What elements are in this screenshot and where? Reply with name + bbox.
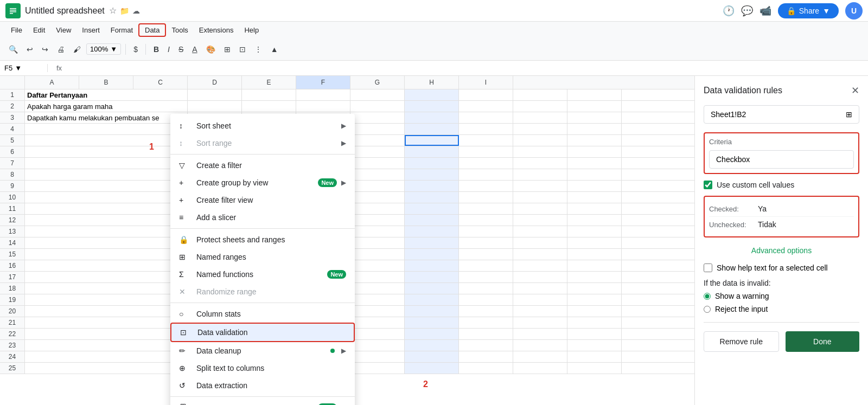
- cell-a6[interactable]: [25, 146, 188, 157]
- done-button[interactable]: Done: [786, 331, 860, 352]
- cell-d1[interactable]: [296, 89, 350, 100]
- cell-a13[interactable]: [25, 226, 188, 237]
- cell-i6[interactable]: [567, 146, 622, 157]
- italic-button[interactable]: I: [164, 43, 173, 56]
- cell-e3[interactable]: [350, 112, 405, 123]
- cell-h5[interactable]: [513, 135, 567, 146]
- cell-g11[interactable]: [459, 203, 513, 214]
- menu-tools[interactable]: Tools: [166, 24, 193, 36]
- cell-g19[interactable]: [459, 294, 513, 305]
- cell-f25[interactable]: [405, 363, 459, 374]
- cell-c2[interactable]: [242, 101, 296, 112]
- cell-g16[interactable]: [459, 260, 513, 271]
- cell-b1[interactable]: [188, 89, 242, 100]
- col-b[interactable]: B: [79, 76, 133, 89]
- undo-button[interactable]: ↩: [23, 43, 36, 56]
- col-e[interactable]: E: [242, 76, 296, 89]
- cell-f17[interactable]: [405, 272, 459, 282]
- comment-icon[interactable]: 💬: [741, 5, 753, 17]
- cell-h6[interactable]: [513, 146, 567, 157]
- cell-e23[interactable]: [350, 340, 405, 351]
- cell-f14[interactable]: [405, 237, 459, 248]
- cell-f22[interactable]: [405, 329, 459, 339]
- cell-f13[interactable]: [405, 226, 459, 237]
- menu-data[interactable]: Data: [138, 23, 166, 37]
- fill-color-button[interactable]: 🎨: [203, 43, 219, 56]
- cell-h21[interactable]: [513, 317, 567, 328]
- cell-a17[interactable]: [25, 272, 188, 282]
- cell-e16[interactable]: [350, 260, 405, 271]
- menu-format[interactable]: Format: [105, 24, 138, 36]
- cell-i8[interactable]: [567, 169, 622, 180]
- cell-i16[interactable]: [567, 260, 622, 271]
- cell-i21[interactable]: [567, 317, 622, 328]
- cell-e21[interactable]: [350, 317, 405, 328]
- cell-h1[interactable]: [513, 89, 567, 100]
- cell-h4[interactable]: [513, 124, 567, 134]
- cell-e14[interactable]: [350, 237, 405, 248]
- cell-i18[interactable]: [567, 283, 622, 294]
- cell-i25[interactable]: [567, 363, 622, 374]
- col-a[interactable]: A: [25, 76, 79, 89]
- cell-f18[interactable]: [405, 283, 459, 294]
- col-c[interactable]: C: [133, 76, 188, 89]
- dd-split-text[interactable]: ⊕ Split text to columns: [170, 359, 355, 377]
- cell-e17[interactable]: [350, 272, 405, 282]
- cell-a5[interactable]: [25, 135, 188, 146]
- cell-g24[interactable]: [459, 351, 513, 362]
- dd-create-filter[interactable]: ▽ Create a filter: [170, 157, 355, 174]
- dd-data-validation[interactable]: ⊡ Data validation: [170, 323, 355, 342]
- panel-close-button[interactable]: ✕: [851, 85, 859, 97]
- cell-i2[interactable]: [567, 101, 622, 112]
- cell-i19[interactable]: [567, 294, 622, 305]
- paint-format-button[interactable]: 🖌: [70, 43, 84, 56]
- cell-g12[interactable]: [459, 215, 513, 226]
- dd-data-cleanup[interactable]: ✏ Data cleanup ▶: [170, 342, 355, 359]
- cell-e18[interactable]: [350, 283, 405, 294]
- cell-f6[interactable]: [405, 146, 459, 157]
- cell-a12[interactable]: [25, 215, 188, 226]
- bold-button[interactable]: B: [150, 43, 162, 56]
- cell-a2[interactable]: Apakah harga garam maha: [25, 101, 188, 112]
- cell-i23[interactable]: [567, 340, 622, 351]
- cell-h17[interactable]: [513, 272, 567, 282]
- cell-f16[interactable]: [405, 260, 459, 271]
- cell-g2[interactable]: [459, 101, 513, 112]
- menu-edit[interactable]: Edit: [28, 24, 50, 36]
- zoom-selector[interactable]: 100% ▼: [86, 43, 121, 55]
- cell-g14[interactable]: [459, 237, 513, 248]
- cell-f21[interactable]: [405, 317, 459, 328]
- unchecked-input[interactable]: [758, 220, 854, 229]
- cell-h3[interactable]: [513, 112, 567, 123]
- dd-data-extraction[interactable]: ↺ Data extraction: [170, 377, 355, 394]
- dd-create-filter-view[interactable]: + Create filter view: [170, 191, 355, 209]
- cell-g4[interactable]: [459, 124, 513, 134]
- menu-insert[interactable]: Insert: [76, 24, 105, 36]
- cell-f19[interactable]: [405, 294, 459, 305]
- cell-g5[interactable]: [459, 135, 513, 146]
- cell-h9[interactable]: [513, 181, 567, 191]
- advanced-options-toggle[interactable]: Advanced options: [704, 246, 859, 255]
- folder-icon[interactable]: 📁: [120, 7, 129, 15]
- cell-e7[interactable]: [350, 158, 405, 169]
- cell-i12[interactable]: [567, 215, 622, 226]
- cell-h10[interactable]: [513, 192, 567, 203]
- col-g[interactable]: G: [350, 76, 405, 89]
- use-custom-checkbox[interactable]: [704, 181, 712, 189]
- cell-g23[interactable]: [459, 340, 513, 351]
- reject-input-radio[interactable]: [704, 306, 711, 313]
- cell-e2[interactable]: [350, 101, 405, 112]
- cell-f5[interactable]: [405, 135, 459, 146]
- cell-i10[interactable]: [567, 192, 622, 203]
- dd-column-stats[interactable]: ○ Column stats: [170, 305, 355, 323]
- cell-a16[interactable]: [25, 260, 188, 271]
- cell-i4[interactable]: [567, 124, 622, 134]
- cell-g6[interactable]: [459, 146, 513, 157]
- cell-e22[interactable]: [350, 329, 405, 339]
- cloud-icon[interactable]: ☁: [132, 7, 140, 15]
- dd-data-connectors[interactable]: 🗄 Data connectors New ▶: [170, 399, 355, 405]
- cell-a10[interactable]: [25, 192, 188, 203]
- cell-e20[interactable]: [350, 306, 405, 317]
- cell-i9[interactable]: [567, 181, 622, 191]
- menu-extensions[interactable]: Extensions: [194, 24, 239, 36]
